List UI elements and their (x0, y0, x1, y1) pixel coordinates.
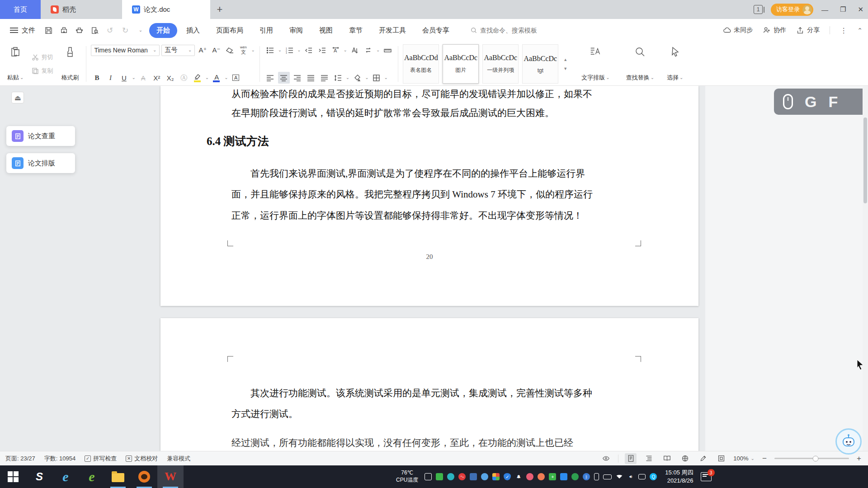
save-button[interactable] (42, 23, 55, 37)
tray-icon-colorwindow[interactable] (492, 473, 500, 480)
document-area[interactable]: 从而检验本阶段的成果是否接近预期的目标，尽可能早的发现错误并加以修正，如果不 在… (0, 86, 868, 451)
number-list-button[interactable]: 123 (283, 44, 295, 56)
tray-icon-pink[interactable] (526, 473, 533, 480)
start-button[interactable] (0, 465, 26, 488)
tray-icon-coral[interactable] (538, 473, 545, 480)
copy-button[interactable]: 复制 (30, 66, 55, 76)
borders-button[interactable] (371, 72, 382, 84)
italic-button[interactable]: I (104, 72, 116, 84)
subscript-button[interactable]: X₂ (165, 72, 176, 84)
ribbon-tab-references[interactable]: 引用 (252, 23, 280, 38)
font-name-select[interactable]: Times New Roman⌄ (91, 45, 160, 56)
zoom-in-button[interactable]: + (855, 454, 863, 463)
page-view-button[interactable] (625, 453, 637, 464)
print-button[interactable] (72, 23, 86, 37)
find-replace-button[interactable]: 查找替换⌄ (623, 44, 657, 84)
writer-mode-button[interactable] (697, 453, 709, 464)
bold-button[interactable]: B (91, 72, 103, 84)
line-spacing-button[interactable] (332, 72, 344, 84)
collaborate-button[interactable]: 协作 (763, 26, 786, 34)
font-size-select[interactable]: 五号⌄ (161, 45, 195, 56)
more-menu-button[interactable]: ⋮ (840, 26, 847, 35)
taskbar-explorer[interactable] (105, 465, 131, 488)
fit-page-button[interactable] (715, 453, 727, 464)
print-preview-button[interactable] (88, 23, 101, 37)
tray-display-icon[interactable] (638, 474, 646, 479)
style-tgt[interactable]: AaBbCcDc tgt (522, 44, 558, 84)
font-color-button[interactable]: A (211, 72, 222, 84)
ribbon-tab-page-layout[interactable]: 页面布局 (209, 23, 250, 38)
tray-icon-darkgreen[interactable] (571, 473, 579, 480)
tray-volume-icon[interactable]: 🔊︎ (627, 473, 634, 480)
shading-button[interactable] (351, 72, 363, 84)
zoom-slider[interactable] (774, 458, 849, 459)
tray-icon-lightblue[interactable] (481, 473, 488, 480)
ribbon-tab-member[interactable]: 会员专享 (415, 23, 457, 38)
restore-button[interactable]: ❐ (840, 5, 846, 14)
tray-battery-icon[interactable] (603, 474, 612, 479)
ribbon-tab-section[interactable]: 章节 (342, 23, 370, 38)
command-search[interactable] (470, 27, 557, 34)
guest-login-button[interactable]: 访客登录 (771, 4, 813, 16)
taskbar-ie[interactable]: e (52, 465, 79, 488)
tray-bluetooth-icon[interactable]: ᛒ (583, 473, 590, 480)
ribbon-tab-home[interactable]: 开始 (149, 23, 177, 38)
enclosed-char-button[interactable]: Ⓐ (178, 72, 190, 84)
file-menu-button[interactable]: 文件 (5, 23, 40, 38)
taskbar-app-orange[interactable] (131, 465, 157, 488)
strikethrough-button[interactable]: A (137, 72, 149, 84)
tab-docer[interactable]: 稻壳 (41, 0, 108, 19)
ribbon-tab-dev-tools[interactable]: 开发工具 (372, 23, 413, 38)
spell-check-toggle[interactable]: ✓ 拼写检查 (85, 455, 117, 463)
collapse-pane-button[interactable]: ⏏ (11, 92, 24, 103)
justify-button[interactable] (305, 72, 317, 84)
scrollbar-thumb[interactable] (863, 117, 867, 203)
select-button[interactable]: 选择⌄ (664, 44, 686, 84)
tray-qq-icon[interactable]: Q (650, 473, 657, 480)
text-layout-button[interactable]: 文字排版⌄ (579, 44, 612, 84)
tray-icon-red-face[interactable]: ᵔᵕ (458, 473, 466, 480)
tray-wifi-icon[interactable] (616, 475, 623, 479)
clear-format-button[interactable] (224, 44, 236, 56)
tray-windows-icon[interactable] (425, 473, 432, 480)
paste-button[interactable]: 粘贴⌄ (5, 44, 26, 84)
document-page-1[interactable]: 从而检验本阶段的成果是否接近预期的目标，尽可能早的发现错误并加以修正，如果不 在… (160, 86, 698, 306)
proofing-toggle[interactable]: ✕ 文档校对 (126, 455, 158, 463)
window-count-badge[interactable]: 1 (754, 5, 763, 14)
web-layout-button[interactable] (679, 453, 691, 464)
taskbar-browser-green[interactable]: e (79, 465, 105, 488)
decrease-indent-button[interactable] (303, 44, 315, 56)
tab-ruler-button[interactable] (382, 44, 393, 56)
tray-icon-bell[interactable]: 🔔︎ (515, 473, 522, 480)
style-table-caption[interactable]: AaBbCcDd 表名图名 (403, 44, 439, 84)
distribute-button[interactable] (319, 72, 330, 84)
zoom-slider-thumb[interactable] (812, 455, 818, 461)
highlight-color-button[interactable] (192, 72, 203, 84)
style-level1-item[interactable]: AaBbCcDc 一级并列项 (482, 44, 519, 84)
undo-button[interactable]: ↺ (103, 23, 117, 37)
sort-button[interactable] (349, 44, 361, 56)
action-center-button[interactable]: 3 (701, 472, 712, 481)
superscript-button[interactable]: X² (151, 72, 163, 84)
zoom-level[interactable]: 100%⌄ (733, 455, 755, 462)
tray-icon-green-cross[interactable]: + (549, 473, 556, 480)
tray-phone-icon[interactable] (594, 473, 599, 480)
ribbon-tab-view[interactable]: 视图 (312, 23, 340, 38)
align-left-button[interactable] (264, 72, 276, 84)
text-direction-button[interactable] (363, 44, 374, 56)
char-scale-button[interactable]: A (330, 44, 342, 56)
outline-view-button[interactable] (643, 453, 655, 464)
taskbar-sogou[interactable]: S (26, 465, 52, 488)
taskbar-wps[interactable]: W (157, 465, 184, 488)
paper-format-button[interactable]: 论文排版 (6, 153, 75, 173)
pinyin-guide-button[interactable]: wén文 (237, 44, 249, 56)
decrease-font-button[interactable]: A⁻ (210, 44, 222, 56)
read-layout-button[interactable] (661, 453, 673, 464)
tab-home[interactable]: 首页 (0, 0, 41, 19)
tray-icon-shield[interactable]: ✓ (504, 473, 511, 480)
style-picture[interactable]: AaBbCcDc 图片 (443, 44, 479, 84)
tray-icon-green[interactable] (436, 473, 443, 480)
document-page-2[interactable]: 其次进行功能测试。该系统测试采用的是单元测试，集成测试，完善性测试等多种 方式进… (160, 318, 698, 451)
tray-icon-blue-square[interactable] (560, 473, 567, 480)
eye-protection-button[interactable] (600, 453, 612, 464)
